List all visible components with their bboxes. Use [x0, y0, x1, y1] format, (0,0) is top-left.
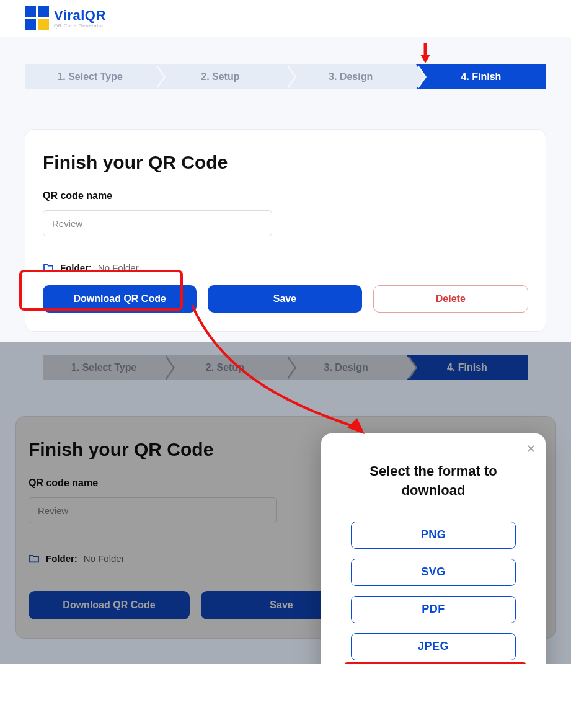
step-select-type[interactable]: 1. Select Type: [25, 64, 155, 89]
format-svg-button[interactable]: SVG: [351, 559, 516, 586]
download-format-modal: ✕ Select the format to download PNG SVG …: [321, 433, 546, 664]
step-design[interactable]: 3. Design: [286, 64, 416, 89]
app-header: ViralQR QR Code Generator: [0, 0, 571, 37]
qr-name-label: QR code name: [43, 190, 528, 202]
finish-card: Finish your QR Code QR code name Folder:…: [25, 129, 546, 332]
folder-value: No Folder: [98, 262, 139, 273]
finish-heading: Finish your QR Code: [43, 152, 528, 173]
step-select-type-dimmed: 1. Select Type: [43, 355, 164, 380]
folder-label: Folder:: [60, 262, 92, 273]
wizard-steps: 1. Select Type 2. Setup 3. Design 4. Fin…: [25, 37, 546, 89]
format-png-button[interactable]: PNG: [351, 522, 516, 549]
save-button[interactable]: Save: [208, 285, 361, 313]
brand-name: ViralQR: [54, 9, 106, 22]
format-pdf-button[interactable]: PDF: [351, 596, 516, 623]
download-qr-button-dimmed: Download QR Code: [29, 591, 190, 619]
delete-button[interactable]: Delete: [373, 285, 528, 313]
step-finish[interactable]: 4. Finish: [416, 64, 546, 89]
wizard-steps-dimmed: 1. Select Type 2. Setup 3. Design 4. Fin…: [43, 342, 528, 380]
step-finish-dimmed: 4. Finish: [407, 355, 528, 380]
step-setup[interactable]: 2. Setup: [155, 64, 285, 89]
qr-name-input[interactable]: [43, 210, 272, 236]
format-jpeg-button[interactable]: JPEG: [351, 633, 516, 660]
logo-mark-icon: [25, 6, 49, 30]
step-design-dimmed: 3. Design: [286, 355, 407, 380]
folder-icon: [43, 264, 54, 272]
brand-tagline: QR Code Generator: [54, 24, 106, 29]
folder-row[interactable]: Folder: No Folder: [43, 262, 528, 273]
download-qr-button[interactable]: Download QR Code: [43, 285, 197, 313]
brand-logo[interactable]: ViralQR QR Code Generator: [25, 6, 106, 30]
modal-title: Select the format to download: [351, 462, 516, 500]
close-icon: ✕: [526, 443, 536, 455]
modal-close-button[interactable]: ✕: [526, 442, 536, 456]
folder-icon: [29, 554, 40, 563]
step-setup-dimmed: 2. Setup: [164, 355, 285, 380]
qr-name-input-dimmed: [29, 497, 277, 523]
